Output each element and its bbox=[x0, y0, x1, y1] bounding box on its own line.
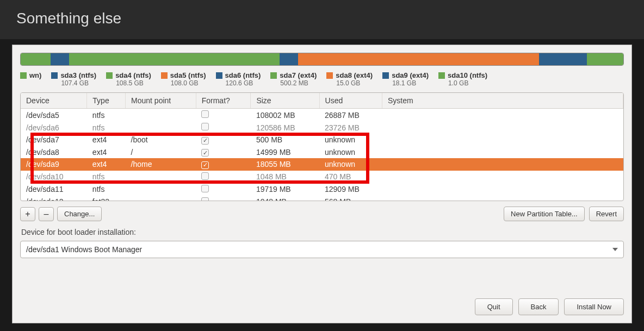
cell-format[interactable] bbox=[196, 146, 251, 159]
legend-item[interactable]: sda8 (ext4)15.0 GB bbox=[326, 71, 373, 87]
cell-format[interactable] bbox=[196, 109, 251, 122]
partition-segment[interactable] bbox=[539, 53, 587, 65]
table-header-row: Device Type Mount point Format? Size Use… bbox=[21, 93, 623, 109]
format-checkbox[interactable] bbox=[201, 172, 209, 180]
legend-item[interactable]: sda9 (ext4)18.1 GB bbox=[382, 71, 429, 87]
remove-button[interactable]: – bbox=[39, 207, 54, 221]
cell-used: 470 MB bbox=[319, 171, 382, 183]
cell-system bbox=[382, 109, 623, 122]
swatch-icon bbox=[106, 72, 113, 79]
format-checkbox[interactable] bbox=[201, 149, 209, 157]
table-row[interactable]: /dev/sda7ext4/boot500 MBunknown bbox=[21, 134, 623, 146]
cell-size: 14999 MB bbox=[251, 146, 319, 159]
cell-format[interactable] bbox=[196, 183, 251, 196]
partition-segment[interactable] bbox=[51, 53, 69, 65]
swatch-icon bbox=[216, 72, 222, 79]
swatch-icon bbox=[161, 72, 168, 79]
cell-format[interactable] bbox=[196, 134, 251, 146]
cell-type: fat32 bbox=[87, 196, 126, 202]
cell-mount bbox=[126, 109, 196, 122]
cell-type: ext4 bbox=[87, 146, 126, 159]
legend-item[interactable]: sda3 (ntfs)107.4 GB bbox=[51, 71, 96, 87]
cell-type: ext4 bbox=[87, 158, 126, 171]
cell-format[interactable] bbox=[196, 171, 251, 183]
cell-system bbox=[382, 171, 623, 183]
table-row[interactable]: /dev/sda5ntfs108002 MB26887 MB bbox=[21, 109, 623, 122]
partition-segment[interactable] bbox=[280, 53, 298, 65]
table-row[interactable]: /dev/sda9ext4/home18055 MBunknown bbox=[21, 158, 623, 171]
cell-size: 18055 MB bbox=[251, 158, 319, 171]
format-checkbox[interactable] bbox=[201, 123, 209, 130]
back-button[interactable]: Back bbox=[518, 298, 559, 315]
cell-device: /dev/sda8 bbox=[21, 146, 87, 159]
table-row[interactable]: /dev/sda6ntfs120586 MB23726 MB bbox=[21, 121, 623, 134]
cell-mount bbox=[126, 121, 196, 134]
legend-label: sda3 (ntfs) bbox=[60, 71, 96, 79]
format-checkbox[interactable] bbox=[201, 161, 209, 169]
col-used[interactable]: Used bbox=[319, 93, 382, 109]
legend-size: 500.2 MB bbox=[280, 79, 308, 87]
cell-system bbox=[382, 183, 623, 196]
col-type[interactable]: Type bbox=[87, 93, 126, 109]
partition-segment[interactable] bbox=[177, 53, 280, 65]
revert-button[interactable]: Revert bbox=[589, 207, 624, 221]
cell-device: /dev/sda5 bbox=[21, 109, 87, 122]
cell-size: 108002 MB bbox=[251, 109, 319, 122]
new-partition-table-button[interactable]: New Partition Table... bbox=[504, 207, 585, 221]
legend-size: 107.4 GB bbox=[61, 79, 89, 87]
legend-item[interactable]: wn) bbox=[20, 71, 41, 87]
legend-item[interactable]: sda7 (ext4)500.2 MB bbox=[270, 71, 317, 87]
swatch-icon bbox=[20, 72, 27, 79]
legend-item[interactable]: sda4 (ntfs)108.5 GB bbox=[106, 71, 151, 87]
cell-format[interactable] bbox=[196, 121, 251, 134]
cell-mount bbox=[126, 183, 196, 196]
format-checkbox[interactable] bbox=[201, 197, 209, 202]
legend-size: 108.5 GB bbox=[116, 79, 144, 87]
table-row[interactable]: /dev/sda8ext4/14999 MBunknown bbox=[21, 146, 623, 159]
legend-item[interactable]: sda10 (ntfs)1.0 GB bbox=[438, 71, 487, 87]
legend-item[interactable]: sda6 (ntfs)120.6 GB bbox=[216, 71, 261, 87]
cell-used: unknown bbox=[319, 158, 382, 171]
cell-format[interactable] bbox=[196, 158, 251, 171]
cell-system bbox=[382, 158, 623, 171]
legend-label: sda9 (ext4) bbox=[392, 71, 429, 79]
legend-label: sda7 (ext4) bbox=[280, 71, 317, 79]
col-device[interactable]: Device bbox=[21, 93, 87, 109]
cell-used: unknown bbox=[319, 134, 382, 146]
cell-used: 12909 MB bbox=[319, 183, 382, 196]
add-button[interactable]: + bbox=[20, 207, 35, 221]
legend-item[interactable]: sda5 (ntfs)108.0 GB bbox=[161, 71, 206, 87]
partition-segment[interactable] bbox=[479, 53, 539, 65]
cell-size: 19719 MB bbox=[251, 183, 319, 196]
col-size[interactable]: Size bbox=[251, 93, 319, 109]
col-system[interactable]: System bbox=[382, 93, 623, 109]
col-mount[interactable]: Mount point bbox=[126, 93, 196, 109]
format-checkbox[interactable] bbox=[201, 185, 209, 192]
cell-size: 1048 MB bbox=[251, 196, 319, 202]
bootloader-label: Device for boot loader installation: bbox=[13, 224, 631, 239]
quit-button[interactable]: Quit bbox=[475, 298, 513, 315]
table-row[interactable]: /dev/sda12fat321048 MB568 MB bbox=[21, 196, 623, 202]
partition-segment[interactable] bbox=[587, 53, 623, 65]
partition-segment[interactable] bbox=[69, 53, 177, 65]
cell-mount: /boot bbox=[126, 134, 196, 146]
cell-mount bbox=[126, 171, 196, 183]
cell-format[interactable] bbox=[196, 196, 251, 202]
change-button[interactable]: Change... bbox=[57, 207, 102, 221]
format-checkbox[interactable] bbox=[201, 110, 209, 118]
table-row[interactable]: /dev/sda11ntfs19719 MB12909 MB bbox=[21, 183, 623, 196]
install-now-button[interactable]: Install Now bbox=[564, 298, 624, 315]
cell-system bbox=[382, 196, 623, 202]
cell-type: ntfs bbox=[87, 183, 126, 196]
col-format[interactable]: Format? bbox=[196, 93, 251, 109]
format-checkbox[interactable] bbox=[201, 137, 209, 145]
table-row[interactable]: /dev/sda10ntfs1048 MB470 MB bbox=[21, 171, 623, 183]
bootloader-select[interactable]: /dev/sda1 Windows Boot Manager bbox=[20, 241, 624, 258]
partition-legend: wn)sda3 (ntfs)107.4 GBsda4 (ntfs)108.5 G… bbox=[13, 69, 631, 92]
cell-type: ntfs bbox=[87, 109, 126, 122]
partition-segment[interactable] bbox=[21, 53, 51, 65]
partition-segment[interactable] bbox=[298, 53, 479, 65]
legend-size: 18.1 GB bbox=[392, 79, 416, 87]
cell-used: unknown bbox=[319, 146, 382, 159]
swatch-icon bbox=[438, 72, 445, 79]
